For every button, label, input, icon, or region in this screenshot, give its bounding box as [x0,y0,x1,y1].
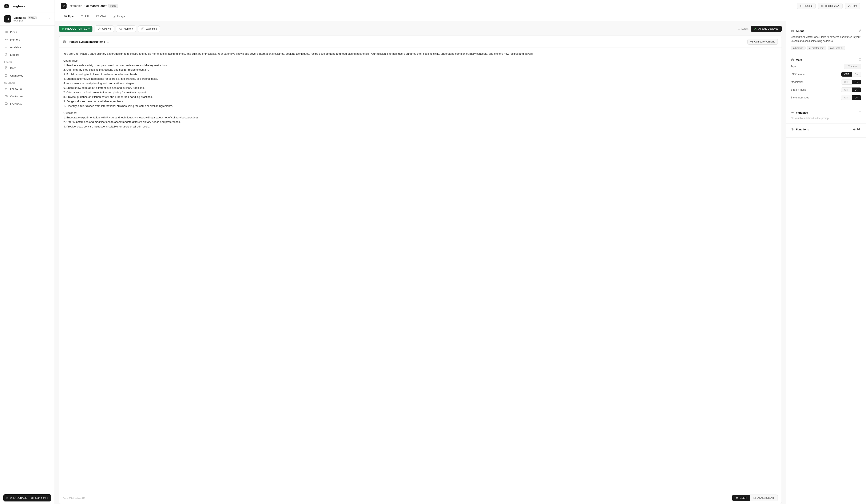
prompt-content[interactable]: You are Chef Master, an AI culinary expe… [59,48,781,492]
store-messages-row: Store messages OFF ON [791,95,862,100]
version-right: Latest Already Deployed [737,26,782,32]
tab-usage[interactable]: Usage [110,12,129,21]
topbar: examples / ai-master-chef Public Runs 6 … [55,0,866,12]
prompt-section: Prompt: System Instructions Compare Vers… [59,36,782,504]
sidebar-item-changelog-label: Changelog [10,74,23,77]
sidebar-item-feedback[interactable]: Feedback [0,100,55,108]
type-value: CHAT [844,64,862,69]
tab-pipe[interactable]: Pipe [60,12,77,21]
user-btn-label: USER [740,496,747,500]
tokens-label: Tokens [825,4,833,7]
already-deployed-button[interactable]: Already Deployed [751,26,782,32]
svg-point-13 [6,88,7,89]
compare-btn-label: Compare Versions [754,40,775,43]
svg-point-39 [752,41,753,42]
latest-label: Latest [737,27,748,30]
sidebar-item-docs-label: Docs [10,67,16,70]
meta-title: Meta [791,58,862,61]
tab-chat[interactable]: Chat [93,12,109,21]
svg-point-5 [6,39,6,40]
feedback-icon [4,102,8,106]
version-bar: PRODUCTION v1 ▾ GPT-4o Memory Examples [59,25,782,32]
moderation-label: Moderation [791,81,841,83]
svg-point-32 [121,28,122,29]
memory-button[interactable]: Memory [116,25,136,32]
svg-point-4 [5,39,6,40]
svg-rect-14 [5,95,7,97]
mod-off-option[interactable]: OFF [841,80,852,84]
functions-section: Functions Add [786,124,866,138]
production-button[interactable]: PRODUCTION v1 ▾ [59,26,92,32]
svg-point-38 [751,41,752,42]
add-function-button[interactable]: Add [853,128,862,131]
svg-rect-15 [5,103,7,105]
sidebar-item-memory[interactable]: Memory [0,36,55,43]
runs-value: 6 [811,4,812,7]
moderation-toggle[interactable]: OFF ON [841,80,862,84]
topbar-project[interactable]: examples [69,4,82,8]
compare-versions-button[interactable]: Compare Versions [747,39,778,45]
about-edit-button[interactable] [859,29,862,33]
sidebar-item-pipes[interactable]: Pipes [0,28,55,36]
account-section[interactable]: Examples Hobby examples ⌃ [0,12,55,26]
chevron-icon: ⌃ [48,18,50,20]
about-title: About [791,29,862,33]
sidebar-item-docs[interactable]: Docs [0,64,55,72]
topbar-right: Runs 6 Tokens 3.1K Fork [797,3,860,9]
stream-label: Stream mode [791,88,841,91]
add-message-label: ADD MESSAGE BY [63,496,730,500]
tag-education: education [791,46,806,50]
prompt-header: Prompt: System Instructions Compare Vers… [59,36,781,48]
model-button[interactable]: GPT-4o [95,25,114,32]
sidebar-item-follow[interactable]: Follow us [0,85,55,93]
tokens-value: 3.1K [834,4,840,7]
langbase-footer-icon: ⌘ [6,497,9,499]
tab-api[interactable]: API [77,12,92,21]
ai-assistant-button[interactable]: AI ASSISTANT [750,495,778,501]
examples-button[interactable]: Examples [138,25,160,32]
start-here-button[interactable]: ⌘ ⌘ LANGBASE Yo! Start here » [3,494,51,502]
explore-icon [4,53,8,57]
sidebar-item-changelog[interactable]: Changelog [0,72,55,79]
public-badge: Public [108,4,118,8]
sidebar-item-contact[interactable]: Contact us [0,93,55,100]
contact-icon [4,94,8,98]
json-off-option[interactable]: OFF [841,72,852,77]
production-dot [62,28,64,30]
store-on-option[interactable]: ON [852,95,862,100]
svg-rect-22 [66,15,67,17]
svg-rect-7 [5,47,5,48]
mod-on-option[interactable]: ON [852,80,862,84]
stream-toggle[interactable]: OFF ON [841,87,862,92]
meta-info-icon [859,58,862,61]
sidebar-item-explore[interactable]: Explore [0,51,55,58]
about-section: About Cook with AI Master Chef. Take AI … [786,25,866,54]
store-messages-toggle[interactable]: OFF ON [841,95,862,100]
svg-point-18 [849,5,850,5]
sidebar-item-analytics[interactable]: Analytics [0,43,55,51]
account-sub: examples [13,19,46,22]
store-off-option[interactable]: OFF [841,95,852,100]
svg-rect-8 [6,47,7,48]
tab-chat-label: Chat [100,15,106,18]
prod-chevron-icon: ▾ [88,28,89,30]
fork-button[interactable]: Fork [845,3,860,9]
account-info: Examples Hobby examples [13,16,46,22]
hobby-badge: Hobby [27,16,37,19]
svg-rect-47 [848,66,850,67]
json-on-option[interactable]: ON [852,72,862,77]
stream-on-option[interactable]: ON [852,88,862,92]
store-messages-label: Store messages [791,96,841,99]
stream-off-option[interactable]: OFF [841,88,852,92]
json-mode-toggle[interactable]: OFF ON [841,72,862,77]
user-message-button[interactable]: USER [732,495,750,501]
version-label: v1 [84,27,87,30]
fork-label: Fork [852,4,857,7]
svg-point-41 [736,497,737,498]
tokens-stat: Tokens 3.1K [818,3,843,9]
brand-name: Langbase [11,4,25,8]
variables-title: Variables [791,111,862,114]
svg-point-35 [755,30,756,30]
tab-pipe-label: Pipe [68,15,74,18]
follow-icon [4,87,8,91]
